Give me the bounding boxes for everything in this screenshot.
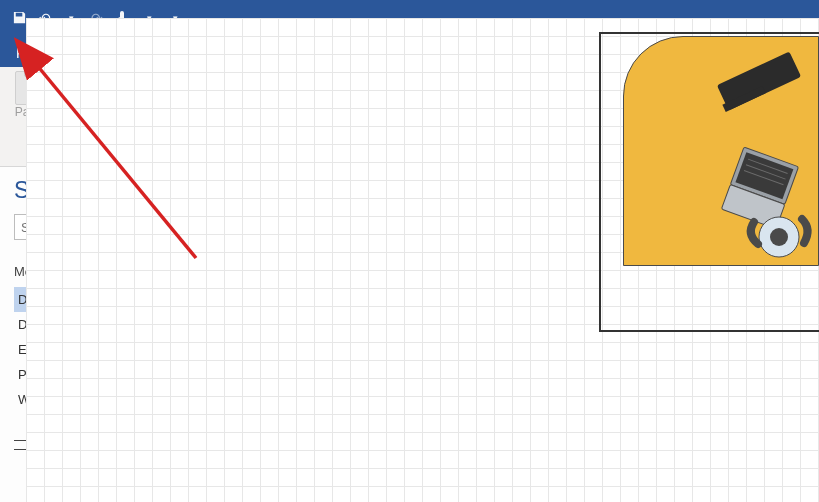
drawing-page[interactable]: <	[26, 18, 819, 502]
desk-shape[interactable]: <	[623, 36, 819, 266]
svg-point-11	[770, 228, 788, 246]
desk-contents: <	[624, 37, 819, 267]
